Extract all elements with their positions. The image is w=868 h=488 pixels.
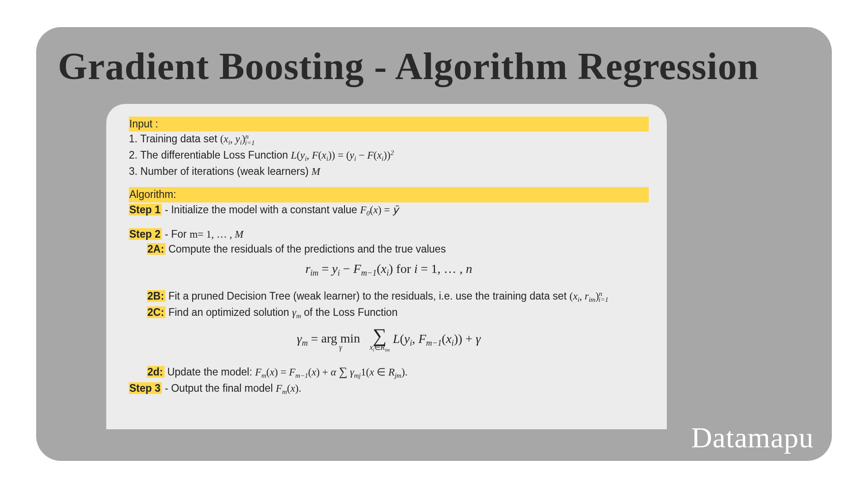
step-2a: 2A: Compute the residuals of the predict… xyxy=(147,242,649,257)
math-f0: F0(x) = ȳ xyxy=(360,204,399,216)
math-gamma-m: γm xyxy=(292,307,301,318)
math-final: Fm(x) xyxy=(276,383,298,394)
input-item-2: 2. The differentiable Loss Function L(yi… xyxy=(129,148,649,164)
step-1: Step 1 - Initialize the model with a con… xyxy=(129,202,649,219)
math-loss: L(yi, F(xi)) = (yi − F(xi))2 xyxy=(291,150,394,161)
brand-watermark: Datamapu xyxy=(691,421,814,455)
algorithm-heading: Algorithm: xyxy=(129,187,649,202)
math-trainset: (xi, yi)ni=1 xyxy=(220,133,255,145)
input-item-1: 1. Training data set (xi, yi)ni=1 xyxy=(129,131,649,148)
math-update: Fm(x) = Fm−1(x) + α ∑ γmj1(x ∈ Rjm) xyxy=(255,366,405,378)
input-item-3: 3. Number of iterations (weak learners) … xyxy=(129,164,649,179)
math-trainset-r: (xi, rim)ni=1 xyxy=(570,291,609,302)
step-3: Step 3 - Output the final model Fm(x). xyxy=(129,381,649,397)
step-2: Step 2 - For m= 1, … , M xyxy=(129,227,649,242)
content-body: Input : 1. Training data set (xi, yi)ni=… xyxy=(129,117,649,397)
eq-residual: rim = yi − Fm−1(xi) for i = 1, … , n xyxy=(129,262,649,277)
input-heading: Input : xyxy=(129,117,649,131)
slide-title: Gradient Boosting - Algorithm Regression xyxy=(58,44,759,88)
slide-card: Gradient Boosting - Algorithm Regression… xyxy=(36,27,832,461)
step-2b: 2B: Fit a pruned Decision Tree (weak lea… xyxy=(147,289,649,305)
content-panel: Input : 1. Training data set (xi, yi)ni=… xyxy=(106,104,667,429)
step-2c: 2C: Find an optimized solution γm of the… xyxy=(147,305,649,321)
math-m-range: = 1, … , M xyxy=(198,229,243,240)
eq-argmin: γm = arg minγ ∑xi∈Rim L(yi, Fm−1(xi)) + … xyxy=(129,327,649,352)
step-2d: 2d: Update the model: Fm(x) = Fm−1(x) + … xyxy=(147,363,649,381)
math-M: M xyxy=(311,166,320,177)
